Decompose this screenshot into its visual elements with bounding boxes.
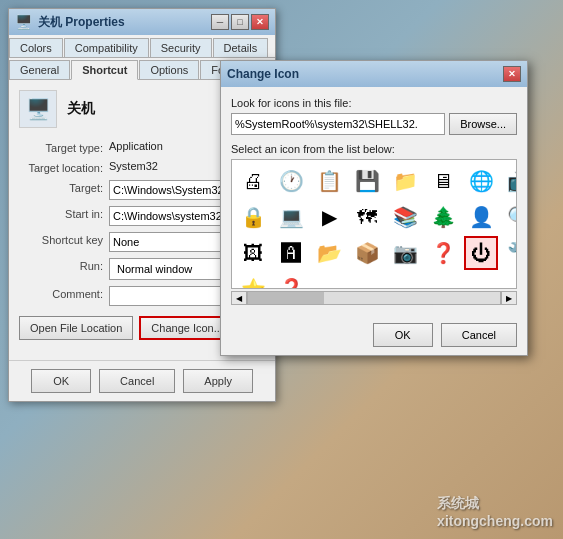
look-for-label: Look for icons in this file: [231,97,517,109]
dialog-cancel-button[interactable]: Cancel [441,323,517,347]
icon-item-27[interactable]: 🔧 [502,236,517,270]
dialog-window-controls: ✕ [503,66,521,82]
tab-details[interactable]: Details [213,38,269,57]
icons-grid: 🖨🕐📋💾📁🖥🌐📺🖱📡🔒💻▶🗺📚🌲👤🔍🔄📷🖼🅰📂📦📷❓⏻🔧🏗🖥⭐❓ [232,160,516,289]
icon-item-22[interactable]: 📂 [312,236,346,270]
icon-item-21[interactable]: 🅰 [274,236,308,270]
minimize-button[interactable]: ─ [211,14,229,30]
dialog-close-button[interactable]: ✕ [503,66,521,82]
change-icon-dialog: Change Icon ✕ Look for icons in this fil… [220,60,528,356]
properties-titlebar: 🖥️ 关机 Properties ─ □ ✕ [9,9,275,35]
browse-button[interactable]: Browse... [449,113,517,135]
tab-security[interactable]: Security [150,38,212,57]
icon-item-7[interactable]: 📺 [502,164,517,198]
cancel-button[interactable]: Cancel [99,369,175,393]
icon-item-0[interactable]: 🖨 [236,164,270,198]
watermark: 系统城xitongcheng.com [437,495,553,529]
shortcut-key-label: Shortcut key [19,232,109,246]
icon-item-20[interactable]: 🖼 [236,236,270,270]
window-controls: ─ □ ✕ [211,14,269,30]
maximize-button[interactable]: □ [231,14,249,30]
start-in-label: Start in: [19,206,109,220]
ok-button[interactable]: OK [31,369,91,393]
icon-item-16[interactable]: 👤 [464,200,498,234]
open-file-location-button[interactable]: Open File Location [19,316,133,340]
scrollbar-track[interactable] [247,291,501,305]
icon-item-2[interactable]: 📋 [312,164,346,198]
dialog-ok-button[interactable]: OK [373,323,433,347]
apply-button[interactable]: Apply [183,369,253,393]
properties-title: 关机 Properties [38,14,125,31]
scrollbar-thumb[interactable] [248,292,324,304]
icon-item-6[interactable]: 🌐 [464,164,498,198]
scrollbar: ◀ ▶ [231,291,517,305]
icon-item-10[interactable]: 🔒 [236,200,270,234]
shortcut-icon: 🖥️ [19,90,57,128]
tab-general[interactable]: General [9,60,70,79]
icon-item-4[interactable]: 📁 [388,164,422,198]
tab-options[interactable]: Options [139,60,199,79]
target-label: Target: [19,180,109,194]
tab-colors[interactable]: Colors [9,38,63,57]
file-row: Browse... [231,113,517,135]
target-type-label: Target type: [19,140,109,154]
tab-shortcut[interactable]: Shortcut [71,60,138,80]
shortcut-name: 关机 [67,100,95,118]
target-location-label: Target location: [19,160,109,174]
properties-window-icon: 🖥️ [15,14,32,30]
icons-grid-container: 🖨🕐📋💾📁🖥🌐📺🖱📡🔒💻▶🗺📚🌲👤🔍🔄📷🖼🅰📂📦📷❓⏻🔧🏗🖥⭐❓ [231,159,517,289]
icon-item-14[interactable]: 📚 [388,200,422,234]
icon-item-12[interactable]: ▶ [312,200,346,234]
change-icon-titlebar: Change Icon ✕ [221,61,527,87]
icon-item-15[interactable]: 🌲 [426,200,460,234]
icon-item-3[interactable]: 💾 [350,164,384,198]
tab-compatibility[interactable]: Compatibility [64,38,149,57]
properties-bottom-buttons: OK Cancel Apply [9,360,275,401]
icons-label: Select an icon from the list below: [231,143,517,155]
icon-item-31[interactable]: ❓ [274,272,308,289]
icon-item-11[interactable]: 💻 [274,200,308,234]
icon-item-25[interactable]: ❓ [426,236,460,270]
icon-item-24[interactable]: 📷 [388,236,422,270]
scroll-left-button[interactable]: ◀ [231,291,247,305]
icon-item-1[interactable]: 🕐 [274,164,308,198]
icon-item-5[interactable]: 🖥 [426,164,460,198]
change-icon-content: Look for icons in this file: Browse... S… [221,87,527,315]
icon-item-13[interactable]: 🗺 [350,200,384,234]
file-path-input[interactable] [231,113,445,135]
icon-item-17[interactable]: 🔍 [502,200,517,234]
dialog-bottom-buttons: OK Cancel [221,315,527,355]
icon-item-26[interactable]: ⏻ [464,236,498,270]
scroll-right-button[interactable]: ▶ [501,291,517,305]
comment-label: Comment: [19,286,109,300]
change-icon-title: Change Icon [227,67,299,81]
icon-item-30[interactable]: ⭐ [236,272,270,289]
tabs-row-1: Colors Compatibility Security Details [9,35,275,58]
run-label: Run: [19,258,109,272]
close-button[interactable]: ✕ [251,14,269,30]
icon-item-23[interactable]: 📦 [350,236,384,270]
